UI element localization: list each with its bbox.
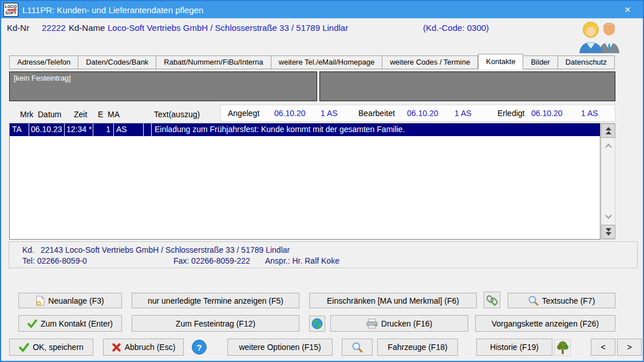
scroll-up-icon[interactable] [605,144,611,150]
erledigt-date: 06.10.20 [531,109,563,118]
printer-icon [366,319,378,329]
contacts-table: TA 06.10.23 12:34 * 1 AS Einladung zum F… [9,123,600,240]
detail-kd-label: Kd. [22,245,34,254]
tree-icon [556,341,569,355]
app-window: LOCO SOFT L111PR: Kunden- und Lieferante… [0,0,644,362]
detail-tel: Tel: 02266-8059-0 [22,256,87,265]
ok-speichern-button[interactable]: OK, speichern [9,339,93,356]
textsuche-button[interactable]: Textsuche (F7) [508,293,615,308]
chevron-right-icon: > [627,343,631,352]
cell-datum: 06.10.23 [29,124,65,136]
search-icon [352,342,363,353]
detail-contact-person: Anspr.: Hr. Ralf Koke [265,256,339,265]
detail-kd-nr: 22143 [41,245,63,254]
col-header-e: E [98,110,103,119]
erledigt-ma: 1 AS [581,109,598,118]
angelegt-date: 06.10.20 [274,109,306,118]
tab-weitere-codes-termine[interactable]: weitere Codes / Termine [382,55,478,69]
window-title: L111PR: Kunden- und Lieferantendaten pfl… [22,5,203,15]
bearbeitet-label: Bearbeitet [358,109,395,118]
table-row[interactable]: TA 06.10.23 12:34 * 1 AS Einladung zum F… [10,124,600,136]
col-header-ma: MA [108,110,120,119]
drucken-button[interactable]: Drucken (F16) [330,315,468,332]
logo-text-bottom: SOFT [5,11,16,15]
vorgangskette-anzeigen-button[interactable]: Vorgangskette anzeigen (F26) [475,315,615,332]
zum-festeintrag-button[interactable]: Zum Festeintrag (F12) [132,315,299,332]
cell-zeit: 12:34 * [65,124,93,136]
next-record-button[interactable]: > [617,339,642,356]
tab-datenschutz[interactable]: Datenschutz [558,55,615,69]
fahrzeuge-button[interactable]: Fahrzeuge (F18) [377,339,458,356]
check-icon [19,343,29,352]
contacts-avatar-icon [574,20,624,53]
cell-gap [144,124,152,136]
loco-soft-logo-icon: LOCO SOFT [3,3,18,17]
globe-icon [311,318,323,329]
tab-adresse-telefon[interactable]: Adresse/Telefon [9,55,78,69]
col-header-datum: Datum [38,110,61,119]
unerledigte-termine-button[interactable]: nur unerledigte Termine anzeigen (F5) [132,293,299,308]
bearbeitet-date: 06.10.20 [407,109,438,118]
tab-rabatt-nummern-fibu-interna[interactable]: Rabatt/Nummern/FiBu/Interna [156,55,271,69]
tab-daten-codes-bank[interactable]: Daten/Codes/Bank [78,55,156,69]
cell-text: Einladung zum Frühjahrsfest: Kunde kommt… [152,124,600,136]
kd-name-label: Kd-Name [69,23,105,33]
vorgangskette-link-button[interactable] [484,292,500,308]
cell-e: 1 [93,124,114,136]
detail-name-address: Loco-Soft Vertriebs GmbH / Schlosserstra… [65,245,290,254]
festeintrag-pane-left[interactable]: [kein Festeintrag] [9,71,317,101]
cell-ma: AS [114,124,144,136]
abbruch-button[interactable]: Abbruch (Esc) [103,339,184,356]
col-header-mrk: Mrk [20,110,33,119]
chain-link-icon [487,295,498,306]
kd-nr-label: Kd-Nr [7,23,29,33]
scroll-page-down-button[interactable] [601,225,615,239]
cell-mrk: TA [10,124,29,136]
search-icon [528,296,539,306]
lupe-button[interactable] [342,339,373,356]
scroll-page-up-button[interactable] [601,124,615,138]
check-icon [27,319,37,328]
new-document-icon [36,296,45,306]
neuanlage-button[interactable]: Neuanlage (F3) [18,293,122,308]
tab-bar: Adresse/TelefonDaten/Codes/BankRabatt/Nu… [9,54,615,69]
col-header-zeit: Zeit [74,110,87,119]
tab-weitere-tel-email-homepage[interactable]: weitere Tel./eMail/Homepage [271,55,382,69]
detail-fax: Fax: 02266-8059-222 [173,256,250,265]
erledigt-label: Erledigt [497,109,524,118]
angelegt-ma: 1 AS [321,109,338,118]
chevron-left-icon: < [600,343,605,352]
table-scrollbar[interactable] [601,123,615,240]
prev-record-button[interactable]: < [591,339,615,356]
kd-nr-value: 22222 [42,23,66,33]
angelegt-label: Angelegt [228,109,259,118]
weitere-optionen-button[interactable]: weitere Optionen (F15) [227,339,333,356]
kd-code: (Kd.-Code: 0300) [423,23,489,33]
scroll-down-icon[interactable] [605,212,611,218]
einschraenken-button[interactable]: Einschränken [MA und Merkmal] (F6) [309,293,477,308]
record-meta-box: Angelegt 06.10.20 1 AS Bearbeitet 06.10.… [220,105,615,122]
linked-customer-info: Kd. 22143 Loco-Soft Vertriebs GmbH / Sch… [9,241,638,268]
help-icon[interactable]: ? [192,340,207,355]
festeintrag-pane-right[interactable] [319,71,615,101]
tab-bilder[interactable]: Bilder [523,55,558,69]
col-header-text: Text(auszug) [154,110,200,119]
bearbeitet-ma: 1 AS [455,109,472,118]
kd-name-value: Loco-Soft Vertriebs GmbH / Schlosserstra… [108,23,348,33]
title-bar: LOCO SOFT L111PR: Kunden- und Lieferante… [1,1,643,18]
zum-kontakt-button[interactable]: Zum Kontakt (Enter) [18,315,122,332]
logo-arrow [7,9,14,11]
web-globe-button[interactable] [309,316,325,332]
historie-button[interactable]: Historie (F19) [476,339,552,356]
baum-button[interactable] [554,339,571,356]
tab-kontakte[interactable]: Kontakte [478,54,523,69]
close-icon[interactable]: ✕ [619,1,636,18]
cancel-x-icon [112,343,121,352]
